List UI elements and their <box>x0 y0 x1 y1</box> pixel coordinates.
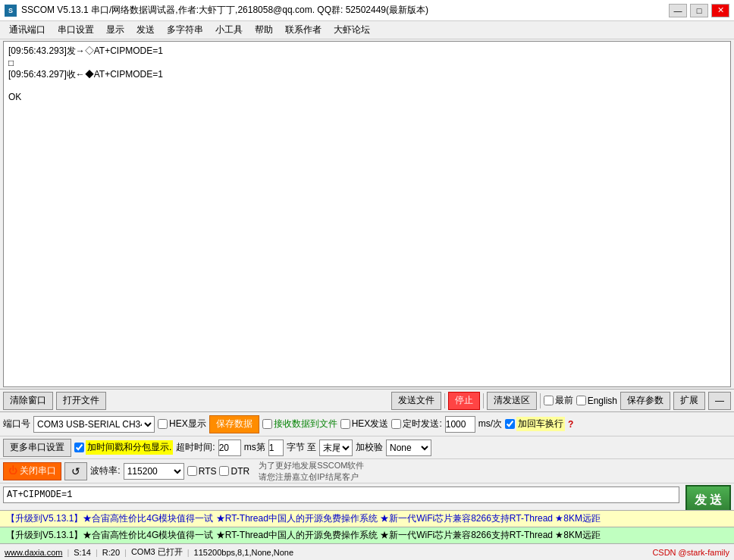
timer-value-input[interactable]: 1000 <box>445 416 475 433</box>
refresh-button[interactable]: ↺ <box>64 462 87 480</box>
log-line-1: [09:56:43.293]发→◇AT+CIPMODE=1 <box>8 45 163 56</box>
send-input[interactable]: AT+CIPMODE=1 <box>3 486 679 503</box>
expand-button[interactable]: 扩展 <box>673 392 705 410</box>
toolbar-row1: 清除窗口 打开文件 发送文件 停止 清发送区 最前 English 保存参数 扩… <box>0 389 734 411</box>
carriage-return-label[interactable]: 加回车换行 <box>505 417 565 431</box>
sep2 <box>483 393 484 408</box>
content-wrapper: [09:56:43.293]发→◇AT+CIPMODE=1 □ [09:56:4… <box>3 41 731 387</box>
last-label: 最前 <box>555 394 573 407</box>
menu-item-小工具[interactable]: 小工具 <box>209 22 249 38</box>
recv-count: R:20 <box>102 548 120 557</box>
timestamp-checkbox[interactable] <box>74 443 84 452</box>
app-title: SSCOM V5.13.1 串口/网络数据调试器,作者:大虾丁丁,2618058… <box>21 4 669 17</box>
sep3 <box>540 393 541 408</box>
website-link[interactable]: www.daxia.com <box>5 548 62 557</box>
close-port-label: 关闭串口 <box>20 465 56 476</box>
port-label: 端口号 <box>3 418 30 430</box>
clear-send-button[interactable]: 清发送区 <box>487 392 537 410</box>
english-label: English <box>588 396 617 406</box>
more-settings-button[interactable]: 更多串口设置 <box>3 439 71 457</box>
clear-window-button[interactable]: 清除窗口 <box>3 392 53 410</box>
last-checkbox[interactable] <box>544 396 554 405</box>
status-bar: www.daxia.com | S:14 | R:20 | COM3 已打开 |… <box>0 543 734 560</box>
toolbar-row2b: 更多串口设置 加时间戳和分包显示. 超时时间: 20 ms第 1 字节 至 末尾… <box>0 436 734 458</box>
stop-button[interactable]: 停止 <box>448 392 480 410</box>
english-checkbox[interactable] <box>576 396 586 405</box>
log-line-2: □ <box>8 58 14 68</box>
window-controls: — □ ✕ <box>669 4 729 17</box>
log-line-ok: OK <box>8 92 21 102</box>
toolbar-row2: 端口号 COM3 USB-SERIAL CH340 HEX显示 保存数据 接收数… <box>0 411 734 436</box>
menu-item-发送[interactable]: 发送 <box>130 22 161 38</box>
timer-send-label[interactable]: 定时发送: <box>391 418 441 430</box>
recv-file-checkbox[interactable] <box>262 419 272 429</box>
menu-item-大虾论坛[interactable]: 大虾论坛 <box>328 22 376 38</box>
send-file-button[interactable]: 发送文件 <box>391 392 441 410</box>
log-area[interactable]: [09:56:43.293]发→◇AT+CIPMODE=1 □ [09:56:4… <box>3 41 731 387</box>
hex-send-label[interactable]: HEX发送 <box>340 418 389 430</box>
rts-label[interactable]: RTS <box>187 466 217 477</box>
timeout-value-input[interactable]: 20 <box>218 440 241 456</box>
checksum-select[interactable]: None <box>386 440 431 456</box>
timer-send-checkbox[interactable] <box>391 419 401 429</box>
hex-send-text: HEX发送 <box>352 418 389 430</box>
toolbar-row3: ⏻ 关闭串口 ↺ 波特率: 115200 RTS DTR 为了更好地发展SSCO… <box>0 458 734 483</box>
hex-show-text: HEX显示 <box>169 418 206 430</box>
timer-unit-label: ms/次 <box>478 418 502 430</box>
menu-item-联系作者[interactable]: 联系作者 <box>279 22 328 38</box>
carriage-return-checkbox[interactable] <box>505 419 515 429</box>
promo-text: 为了更好地发展SSCOM软件 请您注册嘉立创IP结尾客户 <box>259 460 364 483</box>
baud-info: 115200bps,8,1,None,None <box>194 548 294 557</box>
baud-label: 波特率: <box>90 465 120 477</box>
upgrade-text: 【升级到V5.13.1】★合宙高性价比4G模块值得一试 ★RT-Thread中国… <box>6 530 601 540</box>
upgrade-ticker: 【升级到V5.13.1】★合宙高性价比4G模块值得一试 ★RT-Thread中国… <box>0 527 734 543</box>
dtr-text: DTR <box>231 466 249 477</box>
dtr-label[interactable]: DTR <box>219 466 249 477</box>
port-select[interactable]: COM3 USB-SERIAL CH340 <box>33 416 155 433</box>
dtr-checkbox[interactable] <box>219 466 229 476</box>
expand-arrow: ? <box>568 419 573 430</box>
send-area: AT+CIPMODE=1 发 送 <box>0 483 734 510</box>
recv-file-label[interactable]: 接收数据到文件 <box>262 418 337 430</box>
menu-item-帮助[interactable]: 帮助 <box>249 22 279 38</box>
last-checkbox-label[interactable]: 最前 <box>544 394 573 407</box>
title-bar: S SSCOM V5.13.1 串口/网络数据调试器,作者:大虾丁丁,26180… <box>0 0 734 21</box>
close-button[interactable]: ✕ <box>711 4 729 17</box>
menu-item-多字符串[interactable]: 多字符串 <box>161 22 209 38</box>
save-param-button[interactable]: 保存参数 <box>620 392 670 410</box>
rts-checkbox[interactable] <box>187 466 197 476</box>
port-status: COM3 已打开 <box>131 546 183 558</box>
timestamp-label[interactable]: 加时间戳和分包显示. <box>74 440 173 455</box>
byte-start-input[interactable]: 1 <box>268 440 284 456</box>
byte-end-select[interactable]: 末尾 <box>319 440 353 456</box>
app-icon: S <box>5 5 17 17</box>
open-file-button[interactable]: 打开文件 <box>56 392 106 410</box>
close-port-button[interactable]: ⏻ 关闭串口 <box>3 462 61 480</box>
close-port-icon: ⏻ <box>8 465 17 476</box>
promo-banner: 【升级到V5.13.1】★合宙高性价比4G模块值得一试 ★RT-Thread中国… <box>0 510 734 527</box>
timeout-unit-label: ms第 <box>244 441 265 454</box>
english-checkbox-label[interactable]: English <box>576 396 617 406</box>
hex-show-checkbox[interactable] <box>158 419 168 429</box>
minimize-button[interactable]: — <box>669 4 687 17</box>
timer-send-text: 定时发送: <box>403 418 441 430</box>
menu-item-显示[interactable]: 显示 <box>100 22 130 38</box>
banner-text: 【升级到V5.13.1】★合宙高性价比4G模块值得一试 ★RT-Thread中国… <box>6 513 601 524</box>
checksum-label: 加校验 <box>356 441 383 454</box>
timestamp-text: 加时间戳和分包显示. <box>86 440 173 455</box>
csdn-watermark: CSDN @stark-family <box>652 548 729 557</box>
hex-send-checkbox[interactable] <box>340 419 350 429</box>
menu-item-通讯端口[interactable]: 通讯端口 <box>3 22 52 38</box>
hex-show-label[interactable]: HEX显示 <box>158 418 206 430</box>
menu-item-串口设置[interactable]: 串口设置 <box>52 22 100 38</box>
sep1 <box>444 393 445 408</box>
maximize-button[interactable]: □ <box>690 4 708 17</box>
collapse-button[interactable]: — <box>708 392 731 410</box>
baud-select[interactable]: 115200 <box>124 463 184 480</box>
menu-bar: 通讯端口串口设置显示发送多字符串小工具帮助联系作者大虾论坛 <box>0 21 734 39</box>
carriage-return-text: 加回车换行 <box>516 417 565 431</box>
save-data-button[interactable]: 保存数据 <box>209 415 259 433</box>
byte-label: 字节 至 <box>287 441 316 454</box>
log-lines: [09:56:43.293]发→◇AT+CIPMODE=1 □ [09:56:4… <box>8 45 726 102</box>
log-line-3: [09:56:43.297]收←◆AT+CIPMODE=1 <box>8 69 163 80</box>
